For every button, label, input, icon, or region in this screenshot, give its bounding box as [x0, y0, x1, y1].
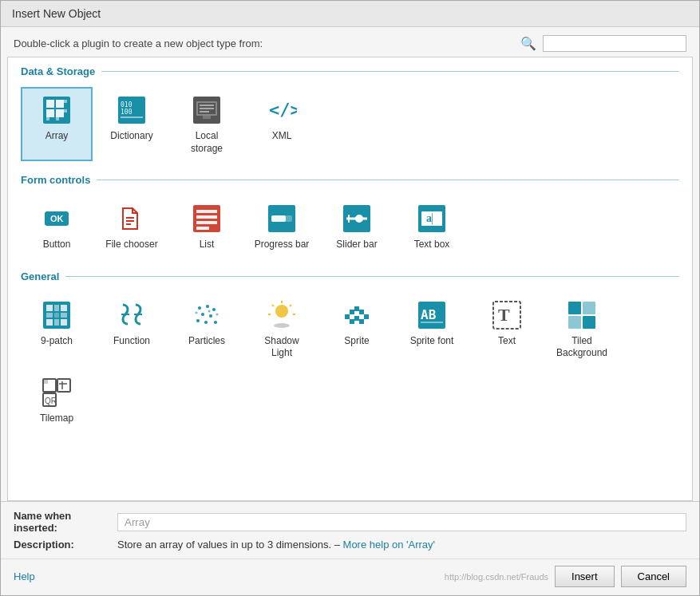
- footer-url: http://blog.csdn.net/Frauds: [445, 572, 548, 582]
- svg-rect-73: [350, 310, 354, 314]
- plugin-list-area: Data & Storage: [7, 57, 693, 501]
- plugin-slider-bar-label: Slider bar: [336, 239, 377, 251]
- text-icon: T: [490, 298, 524, 332]
- svg-rect-91: [57, 379, 70, 392]
- plugin-slider-bar[interactable]: Slider bar: [321, 195, 393, 258]
- general-grid: 9-patch Function: [21, 287, 679, 436]
- text-box-icon: a: [415, 202, 449, 235]
- plugin-button[interactable]: OK Button: [21, 195, 93, 258]
- svg-rect-19: [203, 116, 211, 119]
- search-input[interactable]: [543, 35, 686, 52]
- svg-point-65: [275, 305, 288, 318]
- svg-rect-44: [54, 305, 59, 311]
- subtitle-text: Double-click a plugin to create a new ob…: [14, 37, 514, 49]
- svg-text:QR: QR: [45, 397, 57, 405]
- svg-point-63: [216, 313, 219, 315]
- name-input[interactable]: [117, 513, 686, 531]
- plugin-sprite[interactable]: Sprite: [321, 292, 393, 366]
- plugin-array[interactable]: Array: [21, 87, 93, 161]
- array-icon: [40, 93, 73, 127]
- progress-bar-icon: [265, 202, 299, 235]
- help-link[interactable]: Help: [14, 570, 35, 582]
- plugin-sprite-font[interactable]: AB Sprite font: [396, 292, 468, 366]
- plugin-function[interactable]: Function: [96, 292, 168, 366]
- bottom-panel: Name when inserted: Description: Store a…: [1, 501, 699, 559]
- plugin-sprite-font-label: Sprite font: [410, 335, 454, 348]
- plugin-array-label: Array: [45, 130, 69, 143]
- plugin-local-storage[interactable]: Local storage: [171, 87, 243, 161]
- plugin-tilemap[interactable]: QR Tilemap: [21, 369, 93, 432]
- svg-point-71: [274, 323, 290, 328]
- insert-button[interactable]: Insert: [555, 566, 615, 587]
- title-bar: Insert New Object: [1, 1, 699, 27]
- plugin-tiled-background-label: Tiled Background: [554, 335, 610, 360]
- svg-text:100: 100: [121, 109, 132, 116]
- svg-rect-78: [359, 319, 364, 324]
- svg-rect-50: [54, 319, 59, 326]
- svg-point-64: [208, 310, 211, 312]
- svg-rect-45: [61, 305, 67, 311]
- form-controls-grid: OK Button File chooser: [21, 191, 679, 262]
- section-data-storage: Data & Storage: [21, 57, 679, 82]
- svg-rect-49: [46, 319, 53, 326]
- svg-point-58: [209, 314, 212, 318]
- shadow-light-icon: [265, 298, 299, 332]
- svg-point-59: [196, 319, 200, 322]
- local-storage-icon: [190, 93, 223, 127]
- svg-rect-90: [43, 379, 48, 384]
- tiled-background-icon: [565, 298, 599, 332]
- tilemap-icon: QR: [40, 376, 73, 409]
- svg-rect-79: [354, 316, 359, 321]
- svg-rect-86: [583, 302, 595, 314]
- plugin-shadow-light-label: Shadow Light: [254, 335, 310, 360]
- svg-point-60: [204, 321, 208, 324]
- plugin-file-chooser[interactable]: File chooser: [96, 195, 168, 258]
- plugin-progress-bar[interactable]: Progress bar: [246, 195, 318, 258]
- plugin-text-box[interactable]: a Text box: [396, 195, 468, 258]
- svg-text:</>: </>: [269, 100, 297, 120]
- function-icon: [115, 298, 148, 332]
- slider-bar-icon: [340, 202, 374, 235]
- svg-point-61: [214, 321, 217, 324]
- name-label: Name when inserted:: [14, 510, 117, 534]
- svg-rect-43: [46, 305, 53, 311]
- plugin-particles[interactable]: Particles: [171, 292, 243, 366]
- svg-rect-48: [61, 313, 67, 318]
- plugin-9patch-label: 9-patch: [41, 335, 73, 348]
- dictionary-icon: 010 100: [115, 93, 148, 127]
- svg-rect-7: [46, 117, 49, 120]
- footer-left: Help: [14, 570, 438, 582]
- sprite-icon: [340, 298, 374, 332]
- description-label: Description:: [14, 539, 117, 551]
- plugin-dictionary-label: Dictionary: [110, 130, 152, 143]
- description-text: Store an array of values in up to 3 dime…: [117, 539, 686, 551]
- svg-point-36: [355, 215, 363, 223]
- plugin-file-chooser-label: File chooser: [105, 239, 157, 251]
- more-help-link[interactable]: More help on 'Array': [343, 539, 436, 551]
- plugin-shadow-light[interactable]: Shadow Light: [246, 292, 318, 366]
- plugin-tiled-background[interactable]: Tiled Background: [546, 292, 618, 366]
- svg-rect-77: [350, 319, 354, 324]
- svg-rect-41: [432, 213, 433, 224]
- svg-rect-28: [196, 215, 217, 219]
- name-row: Name when inserted:: [14, 510, 686, 534]
- plugin-dictionary[interactable]: 010 100 Dictionary: [96, 87, 168, 161]
- svg-text:OK: OK: [50, 214, 64, 223]
- svg-rect-3: [46, 109, 54, 117]
- plugin-text[interactable]: T Text: [471, 292, 543, 366]
- svg-rect-2: [56, 100, 64, 108]
- svg-rect-5: [64, 100, 67, 103]
- plugin-list[interactable]: List: [171, 195, 243, 258]
- svg-rect-6: [64, 109, 67, 112]
- plugin-tilemap-label: Tilemap: [40, 412, 73, 425]
- cancel-button[interactable]: Cancel: [621, 566, 686, 587]
- svg-line-67: [290, 305, 291, 306]
- svg-rect-27: [196, 210, 217, 213]
- svg-line-69: [272, 305, 274, 306]
- svg-rect-88: [583, 316, 595, 329]
- search-icon: 🔍: [520, 36, 536, 51]
- svg-point-56: [212, 308, 216, 311]
- plugin-9patch[interactable]: 9-patch: [21, 292, 93, 366]
- plugin-list-label: List: [200, 239, 215, 251]
- plugin-xml[interactable]: </> XML: [246, 87, 318, 161]
